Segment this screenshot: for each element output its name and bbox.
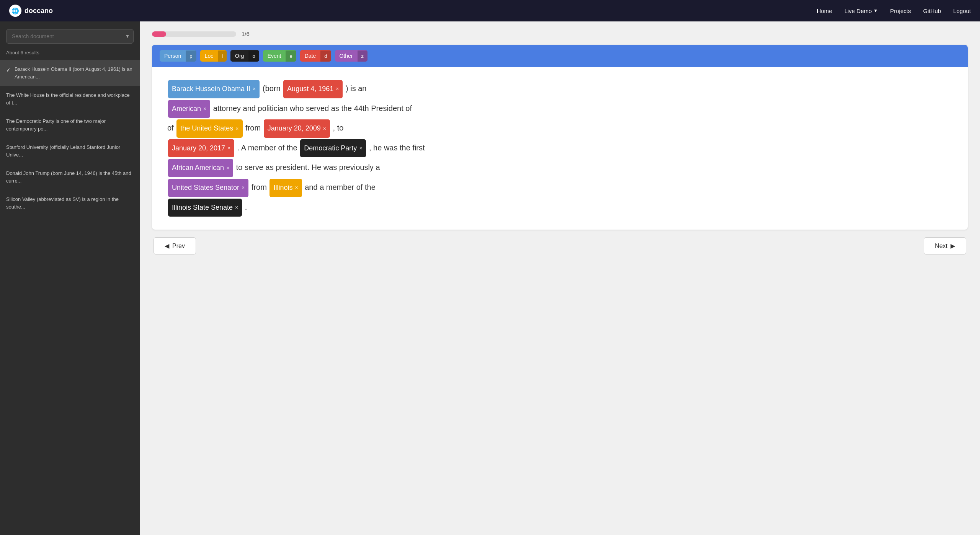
sidebar-item-5[interactable]: Silicon Valley (abbreviated as SV) is a … bbox=[0, 190, 140, 216]
entity-iss-close[interactable]: × bbox=[235, 202, 238, 214]
entity-aa-close[interactable]: × bbox=[226, 162, 229, 174]
text-born: (born bbox=[263, 84, 281, 93]
text-member: . A member of the bbox=[237, 144, 297, 152]
entity-illinois[interactable]: Illinois × bbox=[270, 179, 302, 197]
entity-august-4-1961[interactable]: August 4, 1961 × bbox=[283, 80, 343, 98]
label-date-key: d bbox=[320, 51, 331, 62]
dropdown-arrow-icon: ▼ bbox=[873, 8, 878, 13]
label-event-key: e bbox=[286, 51, 296, 62]
entity-date2-close[interactable]: × bbox=[323, 123, 326, 135]
search-container: ▼ bbox=[0, 21, 140, 48]
search-input[interactable] bbox=[6, 29, 134, 44]
text-content: Barack Hussein Obama II × (born August 4… bbox=[152, 67, 968, 230]
entity-jan-20-2009[interactable]: January 20, 2009 × bbox=[264, 119, 330, 138]
entity-jan-20-2017[interactable]: January 20, 2017 × bbox=[168, 139, 234, 158]
text-attorney: attorney and politician who served as th… bbox=[213, 104, 412, 113]
text-of: of bbox=[167, 124, 176, 132]
label-org-text: Org bbox=[230, 50, 248, 62]
search-input-wrapper: ▼ bbox=[6, 29, 134, 44]
label-other-key: z bbox=[358, 51, 368, 62]
label-loc-key: l bbox=[218, 51, 227, 62]
nav-projects[interactable]: Projects bbox=[890, 8, 911, 14]
sidebar-item-0[interactable]: ✓ Barack Hussein Obama II (born August 4… bbox=[0, 60, 140, 86]
progress-bar bbox=[152, 31, 236, 37]
entity-date3-close[interactable]: × bbox=[227, 142, 230, 154]
sidebar-item-1[interactable]: The White House is the official residenc… bbox=[0, 86, 140, 112]
navbar-links: Home Live Demo ▼ Projects GitHub Logout bbox=[817, 8, 971, 14]
results-count: About 6 results bbox=[0, 48, 140, 60]
label-org-key: o bbox=[248, 51, 259, 62]
text-from2: from bbox=[252, 183, 267, 191]
text-is-an: ) is an bbox=[346, 84, 366, 93]
brand-logo: 🌐 bbox=[9, 5, 21, 17]
entity-il-state-senate[interactable]: Illinois State Senate × bbox=[168, 199, 242, 217]
label-person-text: Person bbox=[160, 50, 186, 62]
entity-african-american[interactable]: African American × bbox=[168, 159, 233, 177]
label-other-text: Other bbox=[335, 50, 358, 62]
label-other[interactable]: Other z bbox=[335, 50, 368, 62]
sidebar: ▼ About 6 results ✓ Barack Hussein Obama… bbox=[0, 21, 140, 535]
content-area: 1/6 Person p Loc l Org o Event bbox=[140, 21, 980, 535]
entity-date1-close[interactable]: × bbox=[336, 83, 339, 95]
nav-buttons: ◀ Prev Next ▶ bbox=[152, 237, 968, 254]
nav-github[interactable]: GitHub bbox=[923, 8, 941, 14]
entity-barack-close[interactable]: × bbox=[253, 83, 256, 95]
brand-name: doccano bbox=[24, 7, 53, 15]
nav-home[interactable]: Home bbox=[817, 8, 832, 14]
annotation-panel: Person p Loc l Org o Event e Date d bbox=[152, 45, 968, 230]
label-date-text: Date bbox=[300, 50, 321, 62]
sidebar-item-2[interactable]: The Democratic Party is one of the two m… bbox=[0, 112, 140, 138]
progress-container: 1/6 bbox=[152, 31, 968, 37]
next-arrow-icon: ▶ bbox=[951, 242, 955, 250]
progress-text: 1/6 bbox=[242, 31, 250, 37]
entity-american-close[interactable]: × bbox=[203, 103, 206, 115]
main-container: ▼ About 6 results ✓ Barack Hussein Obama… bbox=[0, 21, 980, 535]
label-event-text: Event bbox=[263, 50, 286, 62]
brand: 🌐 doccano bbox=[9, 5, 53, 17]
next-button[interactable]: Next ▶ bbox=[924, 237, 966, 254]
entity-democratic-party[interactable]: Democratic Party × bbox=[300, 139, 366, 158]
progress-fill bbox=[152, 31, 166, 37]
label-person-key: p bbox=[186, 51, 196, 62]
text-and-member: and a member of the bbox=[305, 183, 376, 191]
entity-us-close[interactable]: × bbox=[235, 123, 238, 135]
entity-american[interactable]: American × bbox=[168, 100, 210, 118]
entity-senator-close[interactable]: × bbox=[242, 182, 245, 194]
prev-button[interactable]: ◀ Prev bbox=[154, 237, 196, 254]
entity-us-senator[interactable]: United States Senator × bbox=[168, 179, 248, 197]
text-period: . bbox=[245, 203, 247, 211]
entity-il-close[interactable]: × bbox=[295, 182, 298, 194]
entity-the-united-states[interactable]: the United States × bbox=[176, 119, 242, 138]
nav-live-demo[interactable]: Live Demo ▼ bbox=[844, 8, 878, 14]
entity-dp-close[interactable]: × bbox=[359, 142, 362, 154]
entity-barack-hussein-obama[interactable]: Barack Hussein Obama II × bbox=[168, 80, 260, 98]
navbar: 🌐 doccano Home Live Demo ▼ Projects GitH… bbox=[0, 0, 980, 21]
label-person[interactable]: Person p bbox=[160, 50, 196, 62]
nav-logout[interactable]: Logout bbox=[953, 8, 971, 14]
label-loc[interactable]: Loc l bbox=[200, 50, 227, 62]
label-event[interactable]: Event e bbox=[263, 50, 296, 62]
prev-arrow-icon: ◀ bbox=[165, 242, 169, 250]
prev-label: Prev bbox=[172, 243, 185, 250]
sidebar-item-3[interactable]: Stanford University (officially Leland S… bbox=[0, 138, 140, 164]
text-he-was: , he was the first bbox=[369, 144, 425, 152]
next-label: Next bbox=[935, 243, 947, 250]
text-to: , to bbox=[333, 124, 344, 132]
label-loc-text: Loc bbox=[200, 50, 218, 62]
text-from: from bbox=[245, 124, 263, 132]
checkmark-icon: ✓ bbox=[6, 66, 11, 74]
sidebar-item-4[interactable]: Donald John Trump (born June 14, 1946) i… bbox=[0, 164, 140, 190]
label-date[interactable]: Date d bbox=[300, 50, 331, 62]
label-toolbar: Person p Loc l Org o Event e Date d bbox=[152, 45, 968, 67]
label-org[interactable]: Org o bbox=[230, 50, 259, 62]
text-to-serve: to serve as president. He was previously… bbox=[236, 163, 380, 171]
